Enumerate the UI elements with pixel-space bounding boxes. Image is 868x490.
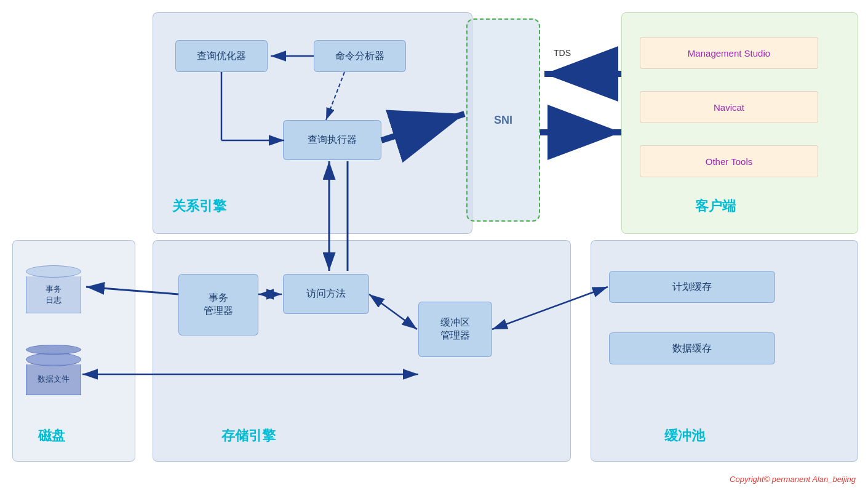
tds-label-1: TDS [554, 48, 571, 58]
storage-engine-box [153, 240, 571, 462]
plan-cache-box: 计划缓存 [609, 271, 775, 303]
transaction-log-label: 事务日志 [46, 284, 62, 306]
navicat-label: Navicat [714, 102, 744, 113]
data-cache-box: 数据缓存 [609, 332, 775, 364]
data-cylinder-top [26, 353, 81, 366]
client-label: 客户端 [695, 197, 736, 215]
relational-engine-label: 关系引擎 [172, 197, 226, 215]
disk-label: 磁盘 [38, 427, 65, 445]
access-method-box: 访问方法 [283, 274, 369, 314]
cylinder-body: 事务日志 [26, 276, 81, 313]
tds-label-2: TDS [554, 123, 571, 133]
other-tools-box: Other Tools [640, 145, 818, 177]
cylinder-top [26, 265, 81, 278]
management-studio-label: Management Studio [688, 48, 770, 58]
query-executor-box: 查询执行器 [283, 120, 381, 160]
buffer-pool-label: 缓冲池 [664, 427, 705, 445]
command-parser-box: 命令分析器 [314, 40, 406, 72]
management-studio-box: Management Studio [640, 37, 818, 69]
data-cylinder-body: 数据文件 [26, 364, 81, 395]
data-file-label: 数据文件 [38, 374, 70, 385]
transaction-manager-box: 事务 管理器 [178, 274, 258, 335]
navicat-box: Navicat [640, 91, 818, 123]
data-cache-label: 数据缓存 [672, 342, 712, 355]
plan-cache-label: 计划缓存 [672, 281, 712, 294]
access-method-label: 访问方法 [306, 287, 346, 300]
transaction-log: 事务日志 [26, 265, 81, 314]
sni-label: SNI [494, 114, 512, 127]
storage-engine-label: 存储引擎 [221, 427, 276, 445]
sni-box: SNI [466, 18, 540, 222]
query-executor-label: 查询执行器 [308, 134, 357, 147]
query-optimizer-box: 查询优化器 [175, 40, 268, 72]
main-container: 关系引擎 存储引擎 客户端 缓冲池 磁盘 SNI 查询优化器 命令分析器 查询执… [0, 0, 868, 490]
copyright-text: Copyright© permanent Alan_beijing [730, 475, 856, 484]
command-parser-label: 命令分析器 [335, 50, 384, 63]
buffer-manager-label: 缓冲区 管理器 [440, 316, 470, 342]
data-cylinder-top2 [26, 345, 81, 355]
transaction-manager-label: 事务 管理器 [204, 292, 233, 318]
other-tools-label: Other Tools [706, 156, 752, 167]
query-optimizer-label: 查询优化器 [197, 50, 246, 63]
data-file-cylinder: 数据文件 [26, 343, 81, 396]
buffer-manager-box: 缓冲区 管理器 [418, 302, 492, 357]
